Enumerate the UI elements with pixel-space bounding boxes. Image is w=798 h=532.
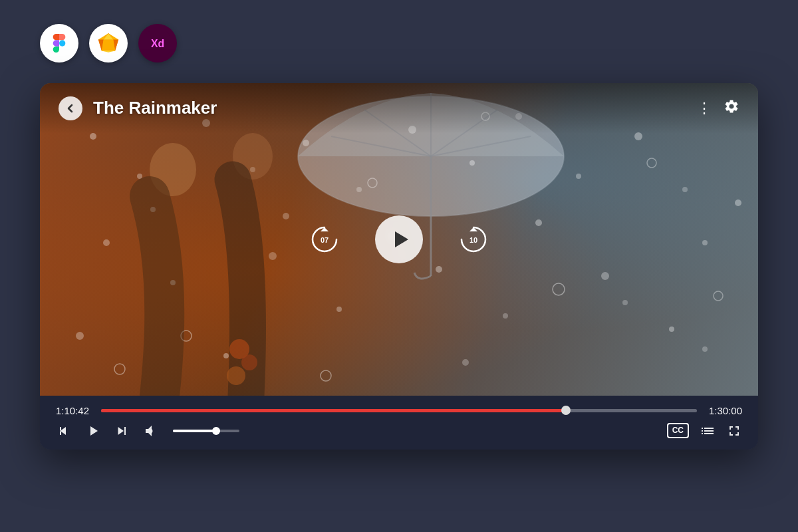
play-small-button[interactable] — [85, 423, 101, 439]
progress-row: 1:10:42 1:30:00 — [56, 405, 742, 416]
app-icon-bar: Xd — [40, 24, 177, 63]
fast-forward-button[interactable] — [114, 423, 130, 439]
svg-marker-6 — [102, 51, 115, 53]
bottom-controls-row: CC — [56, 423, 742, 439]
volume-fill — [173, 430, 216, 432]
fullscreen-button[interactable] — [726, 423, 742, 439]
video-area[interactable]: The Rainmaker ⋮ 07 — [40, 83, 758, 396]
video-title: The Rainmaker — [93, 98, 217, 118]
progress-thumb[interactable] — [561, 406, 571, 415]
forward-button[interactable]: 10 — [456, 222, 491, 257]
player-header: The Rainmaker ⋮ — [40, 83, 758, 134]
volume-thumb[interactable] — [212, 427, 220, 435]
volume-track[interactable] — [173, 430, 239, 432]
svg-text:Xd: Xd — [151, 38, 164, 49]
play-button[interactable] — [375, 215, 423, 263]
center-controls: 07 10 — [307, 215, 491, 263]
progress-fill — [101, 409, 566, 412]
progress-track[interactable] — [101, 409, 697, 412]
total-time: 1:30:00 — [706, 405, 742, 416]
header-left-section: The Rainmaker — [59, 96, 217, 120]
header-right-section: ⋮ — [697, 98, 739, 118]
svg-marker-4 — [102, 40, 115, 51]
right-controls: CC — [667, 423, 742, 439]
adobe-xd-app-icon[interactable]: Xd — [138, 24, 177, 63]
rewind-button[interactable]: 07 — [307, 222, 342, 257]
playlist-icon[interactable] — [700, 423, 716, 439]
more-options-icon[interactable]: ⋮ — [697, 100, 712, 117]
back-button[interactable] — [59, 96, 82, 120]
svg-point-59 — [227, 366, 245, 385]
rewind-small-button[interactable] — [56, 423, 72, 439]
left-controls — [56, 423, 239, 439]
current-time: 1:10:42 — [56, 405, 92, 416]
controls-bar: 1:10:42 1:30:00 — [40, 396, 758, 450]
settings-icon[interactable] — [724, 98, 739, 118]
volume-icon[interactable] — [144, 423, 160, 439]
figma-app-icon[interactable] — [40, 24, 78, 63]
sketch-app-icon[interactable] — [89, 24, 128, 63]
svg-text:07: 07 — [321, 236, 329, 244]
video-player-card: The Rainmaker ⋮ 07 — [40, 83, 758, 450]
svg-text:10: 10 — [469, 236, 477, 244]
svg-point-58 — [241, 354, 257, 370]
closed-caption-button[interactable]: CC — [667, 423, 689, 438]
